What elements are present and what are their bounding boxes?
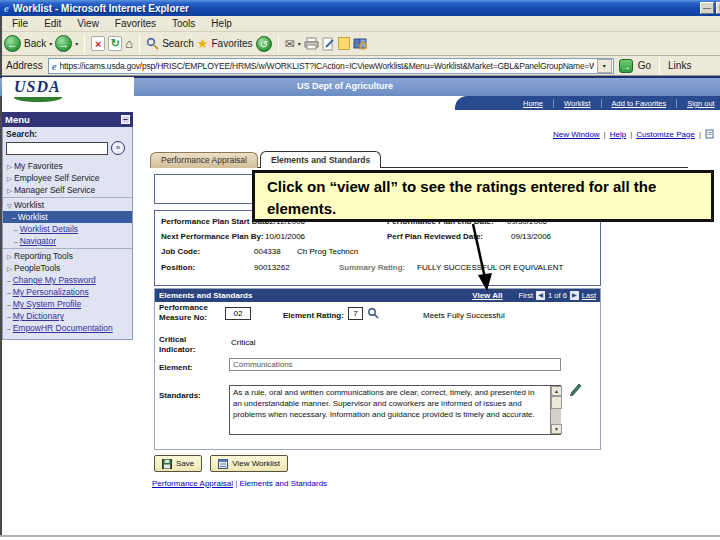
sidebar-item-worklist-group[interactable]: ▽Worklist: [6, 199, 130, 211]
menu-file[interactable]: File: [4, 18, 36, 29]
dash-icon: –: [7, 301, 11, 308]
portal-link-signout[interactable]: Sign out: [676, 99, 720, 108]
save-button[interactable]: Save: [154, 455, 202, 472]
sidebar-item-worklist-selected[interactable]: –Worklist: [3, 211, 132, 223]
view-worklist-button[interactable]: View Worklist: [210, 455, 288, 472]
toolbar-separator: [278, 35, 279, 53]
sidebar-item-manager-self-service[interactable]: ▷Manager Self Service: [6, 184, 130, 196]
sidebar-item-my-favorites[interactable]: ▷My Favorites: [6, 160, 130, 172]
standards-scrollbar[interactable]: ▲ ▼: [550, 386, 561, 434]
sidebar-divider: [3, 248, 132, 249]
go-label[interactable]: Go: [638, 60, 651, 71]
field-value: 90013262: [254, 263, 290, 272]
links-label[interactable]: Links: [668, 60, 691, 71]
sidebar-search-go-icon[interactable]: »: [111, 141, 125, 155]
pager-prev-icon[interactable]: ◀: [536, 291, 545, 300]
browser-toolbar: ← Back ▾ → ▾ × ↻ ⌂ Search ★ Favorites ↺ …: [0, 32, 720, 56]
search-label[interactable]: Search: [162, 38, 194, 49]
pager-next-icon[interactable]: ▶: [570, 291, 579, 300]
favorites-star-icon[interactable]: ★: [197, 36, 209, 51]
back-dropdown-icon[interactable]: ▾: [49, 40, 52, 47]
dash-icon: –: [14, 238, 18, 245]
help-link[interactable]: Help: [610, 130, 626, 139]
dash-icon: –: [14, 226, 18, 233]
sidebar-item-my-personalizations[interactable]: –My Personalizations: [6, 286, 130, 298]
pager-last[interactable]: Last: [582, 291, 596, 300]
callout-note: Click on “view all” to see the ratings e…: [252, 170, 714, 222]
maximize-button[interactable]: ▢: [716, 2, 720, 14]
favorites-label[interactable]: Favorites: [211, 38, 252, 49]
sidebar-item-label: My Dictionary: [13, 311, 64, 321]
scroll-thumb[interactable]: [551, 396, 562, 409]
rating-input[interactable]: 7: [348, 307, 363, 320]
pager-count: 1 of 6: [548, 291, 567, 300]
forward-dropdown-icon[interactable]: ▾: [75, 40, 78, 47]
menu-bar: File Edit View Favorites Tools Help: [0, 16, 720, 32]
portal-link-home[interactable]: Home: [513, 99, 553, 108]
customize-page-link[interactable]: Customize Page: [636, 130, 695, 139]
portal-link-add-favorites[interactable]: Add to Favorites: [601, 99, 677, 108]
history-icon[interactable]: ↺: [256, 36, 272, 52]
scroll-down-icon[interactable]: ▼: [551, 424, 562, 434]
element-label: Element:: [159, 363, 193, 372]
sidebar-collapse-icon[interactable]: −: [121, 115, 130, 124]
footer-performance-appraisal-link[interactable]: Performance Appraisal: [152, 479, 233, 488]
edit-icon[interactable]: [322, 37, 335, 51]
minimize-button[interactable]: —: [700, 2, 714, 14]
menu-edit[interactable]: Edit: [36, 18, 69, 29]
tab-performance-appraisal[interactable]: Performance Appraisal: [150, 152, 258, 168]
menu-view[interactable]: View: [69, 18, 107, 29]
element-input[interactable]: Communications: [229, 358, 561, 371]
tab-elements-and-standards[interactable]: Elements and Standards: [260, 151, 381, 168]
dash-icon: –: [7, 277, 11, 284]
back-label[interactable]: Back: [24, 38, 46, 49]
menu-tools[interactable]: Tools: [164, 18, 203, 29]
mail-dropdown-icon[interactable]: ▾: [298, 40, 301, 47]
sidebar-item-label: Reporting Tools: [14, 251, 73, 261]
portal-link-worklist[interactable]: Worklist: [553, 99, 601, 108]
stop-icon[interactable]: ×: [91, 36, 105, 51]
sidebar-item-reporting-tools[interactable]: ▷Reporting Tools: [6, 250, 130, 262]
slide: e Worklist - Microsoft Internet Explorer…: [0, 0, 720, 540]
separator: |: [630, 130, 632, 139]
spell-check-icon[interactable]: [569, 381, 584, 396]
new-window-link[interactable]: New Window: [553, 130, 600, 139]
sidebar-item-employee-self-service[interactable]: ▷Employee Self Service: [6, 172, 130, 184]
sidebar-item-my-system-profile[interactable]: –My System Profile: [6, 298, 130, 310]
print-icon[interactable]: [304, 37, 319, 50]
go-icon[interactable]: →: [619, 59, 633, 73]
sidebar-item-peopletools[interactable]: ▷PeopleTools: [6, 262, 130, 274]
discuss-icon[interactable]: [338, 37, 350, 50]
mail-icon[interactable]: ✉: [285, 37, 295, 51]
copy-url-icon[interactable]: [705, 129, 714, 139]
rating-lookup-icon[interactable]: [367, 307, 379, 319]
home-icon[interactable]: ⌂: [125, 36, 133, 51]
sidebar-search-input[interactable]: [6, 142, 108, 155]
pager-first[interactable]: First: [518, 291, 533, 300]
sidebar-item-my-dictionary[interactable]: –My Dictionary: [6, 310, 130, 322]
sidebar-header-title: Menu: [5, 114, 30, 125]
search-icon[interactable]: [146, 37, 159, 50]
sidebar-item-navigator[interactable]: –Navigator: [6, 235, 130, 247]
footer-elements-standards-link[interactable]: Elements and Standards: [239, 479, 327, 488]
forward-icon[interactable]: →: [55, 35, 72, 52]
menu-help[interactable]: Help: [203, 18, 240, 29]
sidebar-item-change-password[interactable]: –Change My Password: [6, 274, 130, 286]
field-label: Job Code:: [161, 247, 200, 256]
usda-logo: USDA: [2, 77, 134, 111]
toolbar-separator: [84, 35, 85, 53]
refresh-icon[interactable]: ↻: [108, 36, 122, 51]
address-dropdown-icon[interactable]: ▾: [597, 59, 612, 73]
scroll-up-icon[interactable]: ▲: [551, 386, 562, 396]
measure-input[interactable]: 02: [225, 307, 251, 320]
research-icon[interactable]: [353, 37, 367, 50]
menu-favorites[interactable]: Favorites: [107, 18, 164, 29]
sidebar-item-empowhr-documentation[interactable]: –EmpowHR Documentation: [6, 322, 130, 334]
standards-textarea[interactable]: As a rule, oral and written communicatio…: [229, 385, 561, 435]
expand-icon: ▷: [7, 175, 12, 182]
address-input[interactable]: e https://icams.usda.gov/psp/HRISC/EMPLO…: [48, 58, 614, 74]
tab-strip: Performance Appraisal Elements and Stand…: [150, 151, 381, 168]
standards-label: Standards:: [159, 391, 201, 400]
back-icon[interactable]: ←: [4, 35, 21, 52]
sidebar-item-worklist-details[interactable]: –Worklist Details: [6, 223, 130, 235]
